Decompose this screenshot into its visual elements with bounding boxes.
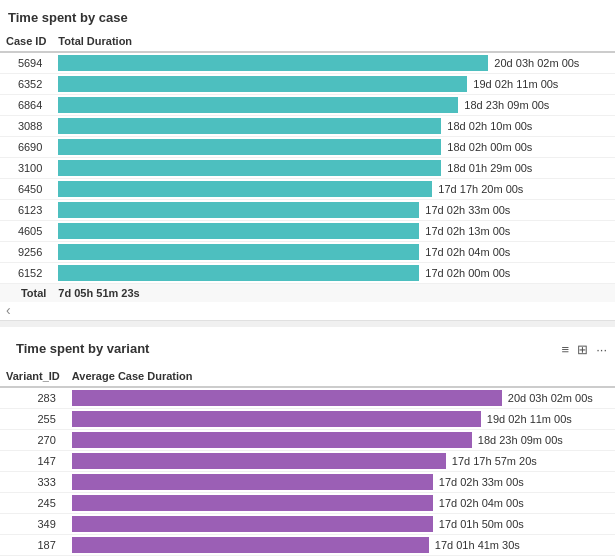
variant-bar — [72, 474, 433, 490]
case-id-cell: 6152 — [0, 263, 52, 284]
case-table-row: 669018d 02h 00m 00s — [0, 137, 615, 158]
case-bar-cell: 19d 02h 11m 00s — [52, 74, 615, 95]
variant-bar-cell: 17d 02h 33m 00s — [66, 472, 615, 493]
variant-bar — [72, 453, 446, 469]
variant-bar — [72, 537, 429, 553]
case-duration-label: 19d 02h 11m 00s — [473, 78, 558, 90]
variant-id-cell: 270 — [0, 430, 66, 451]
case-id-cell: 6123 — [0, 200, 52, 221]
filter-icon[interactable]: ≡ — [562, 342, 570, 357]
case-id-cell: 5694 — [0, 52, 52, 74]
case-duration-label: 20d 03h 02m 00s — [494, 57, 579, 69]
time-spent-by-variant-section: Time spent by variant ≡ ⊞ ··· Variant_ID… — [0, 327, 615, 556]
section1-title: Time spent by case — [0, 6, 615, 31]
case-table-row: 635219d 02h 11m 00s — [0, 74, 615, 95]
variant-id-cell: 245 — [0, 493, 66, 514]
case-bar-cell: 18d 23h 09m 00s — [52, 95, 615, 116]
case-bar-cell: 18d 01h 29m 00s — [52, 158, 615, 179]
scroll-left-arrow[interactable]: ‹ — [6, 302, 11, 318]
variant-bar — [72, 411, 481, 427]
case-bar — [58, 202, 419, 218]
more-icon[interactable]: ··· — [596, 342, 607, 357]
case-id-cell: 6864 — [0, 95, 52, 116]
case-table-row: 686418d 23h 09m 00s — [0, 95, 615, 116]
expand-icon[interactable]: ⊞ — [577, 342, 588, 357]
case-bar-cell: 18d 02h 10m 00s — [52, 116, 615, 137]
case-table-row: 460517d 02h 13m 00s — [0, 221, 615, 242]
case-bar-cell: 17d 02h 04m 00s — [52, 242, 615, 263]
col-total-duration: Total Duration — [52, 31, 615, 52]
case-bar-cell: 20d 03h 02m 00s — [52, 52, 615, 74]
case-table-row: 645017d 17h 20m 00s — [0, 179, 615, 200]
section2-header: Time spent by variant ≡ ⊞ ··· — [0, 333, 615, 366]
variant-duration-label: 17d 01h 50m 00s — [439, 518, 524, 530]
variant-duration-label: 17d 02h 33m 00s — [439, 476, 524, 488]
variant-bar-cell: 17d 01h 41m 30s — [66, 535, 615, 556]
case-id-cell: 4605 — [0, 221, 52, 242]
variant-table-container: Variant_ID Average Case Duration 28320d … — [0, 366, 615, 556]
case-total-value: 7d 05h 51m 23s — [52, 284, 615, 303]
case-bar-cell: 17d 02h 33m 00s — [52, 200, 615, 221]
variant-bar-cell: 17d 17h 57m 20s — [66, 451, 615, 472]
col-avg-duration: Average Case Duration — [66, 366, 615, 387]
case-duration-label: 17d 02h 04m 00s — [425, 246, 510, 258]
case-total-label: Total — [0, 284, 52, 303]
case-bar-cell: 17d 17h 20m 00s — [52, 179, 615, 200]
case-bar — [58, 244, 419, 260]
case-bar-cell: 17d 02h 13m 00s — [52, 221, 615, 242]
case-bar — [58, 223, 419, 239]
variant-duration-label: 20d 03h 02m 00s — [508, 392, 593, 404]
variant-id-cell: 283 — [0, 387, 66, 409]
case-table-row: 310018d 01h 29m 00s — [0, 158, 615, 179]
variant-table-row: 28320d 03h 02m 00s — [0, 387, 615, 409]
case-id-cell: 6352 — [0, 74, 52, 95]
variant-bar-cell: 19d 02h 11m 00s — [66, 409, 615, 430]
variant-bar — [72, 516, 433, 532]
variant-bar — [72, 432, 472, 448]
variant-table-row: 34917d 01h 50m 00s — [0, 514, 615, 535]
case-bar — [58, 76, 467, 92]
case-duration-label: 18d 23h 09m 00s — [464, 99, 549, 111]
case-bar — [58, 265, 419, 281]
variant-table-row: 25519d 02h 11m 00s — [0, 409, 615, 430]
case-duration-label: 18d 01h 29m 00s — [447, 162, 532, 174]
variant-duration-label: 17d 01h 41m 30s — [435, 539, 520, 551]
case-id-cell: 6450 — [0, 179, 52, 200]
variant-duration-label: 18d 23h 09m 00s — [478, 434, 563, 446]
variant-id-cell: 349 — [0, 514, 66, 535]
variant-table-row: 33317d 02h 33m 00s — [0, 472, 615, 493]
case-scroll-row: ‹ — [0, 302, 615, 320]
variant-bar-cell: 17d 02h 04m 00s — [66, 493, 615, 514]
case-duration-label: 17d 02h 00m 00s — [425, 267, 510, 279]
case-table-row: 569420d 03h 02m 00s — [0, 52, 615, 74]
variant-bar-cell: 18d 23h 09m 00s — [66, 430, 615, 451]
case-duration-label: 18d 02h 10m 00s — [447, 120, 532, 132]
variant-table: Variant_ID Average Case Duration 28320d … — [0, 366, 615, 556]
case-id-cell: 9256 — [0, 242, 52, 263]
case-table-body: 569420d 03h 02m 00s635219d 02h 11m 00s68… — [0, 52, 615, 284]
case-bar-cell: 18d 02h 00m 00s — [52, 137, 615, 158]
case-duration-label: 17d 02h 13m 00s — [425, 225, 510, 237]
time-spent-by-case-section: Time spent by case Case ID Total Duratio… — [0, 0, 615, 321]
variant-id-cell: 333 — [0, 472, 66, 493]
variant-table-row: 27018d 23h 09m 00s — [0, 430, 615, 451]
case-bar — [58, 139, 441, 155]
variant-id-cell: 187 — [0, 535, 66, 556]
variant-id-cell: 147 — [0, 451, 66, 472]
case-bar — [58, 55, 488, 71]
variant-id-cell: 255 — [0, 409, 66, 430]
variant-duration-label: 17d 02h 04m 00s — [439, 497, 524, 509]
case-duration-label: 17d 17h 20m 00s — [438, 183, 523, 195]
case-id-cell: 6690 — [0, 137, 52, 158]
case-id-cell: 3088 — [0, 116, 52, 137]
col-variant-id: Variant_ID — [0, 366, 66, 387]
section2-title: Time spent by variant — [8, 337, 157, 362]
case-duration-label: 17d 02h 33m 00s — [425, 204, 510, 216]
variant-table-row: 24517d 02h 04m 00s — [0, 493, 615, 514]
case-total-row: Total 7d 05h 51m 23s — [0, 284, 615, 303]
case-bar-cell: 17d 02h 00m 00s — [52, 263, 615, 284]
case-table-container: Case ID Total Duration 569420d 03h 02m 0… — [0, 31, 615, 302]
case-table-row: 612317d 02h 33m 00s — [0, 200, 615, 221]
variant-bar — [72, 495, 433, 511]
variant-duration-label: 17d 17h 57m 20s — [452, 455, 537, 467]
